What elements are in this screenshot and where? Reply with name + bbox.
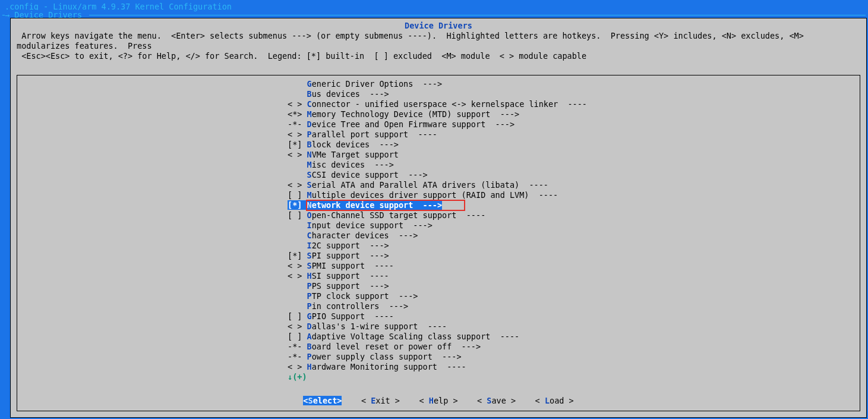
menu-item[interactable]: I2C support ---> — [17, 241, 860, 251]
menu-item[interactable]: < > Connector - unified userspace <-> ke… — [17, 99, 860, 109]
menu-item[interactable]: -*- Device Tree and Open Firmware suppor… — [17, 119, 860, 130]
bottom-button[interactable]: < Exit > — [361, 396, 400, 405]
window-title: .config - Linux/arm 4.9.37 Kernel Config… — [0, 0, 868, 10]
menu-item[interactable]: -*- Board level reset or power off ---> — [17, 342, 860, 352]
menu-item[interactable]: [*] Block devices ---> — [17, 140, 860, 150]
menuconfig-screen: .config - Linux/arm 4.9.37 Kernel Config… — [0, 0, 868, 419]
menu-item[interactable]: SCSI device support ---> — [17, 170, 860, 180]
menu-item[interactable]: Character devices ---> — [17, 231, 860, 241]
menu-item[interactable]: <*> Memory Technology Device (MTD) suppo… — [17, 109, 860, 119]
bottom-button[interactable]: < Load > — [535, 396, 574, 405]
menu-item[interactable]: PPS support ---> — [17, 281, 860, 291]
menu-item[interactable]: [*] SPI support ---> — [17, 251, 860, 261]
menu-item[interactable]: [*] Network device support ---> — [17, 200, 860, 210]
bottom-button[interactable]: <Select> — [303, 396, 342, 405]
menu-item[interactable]: [ ] GPIO Support ---- — [17, 311, 860, 322]
scroll-down-indicator: ↓(+) — [17, 372, 860, 382]
menu-item[interactable]: Generic Driver Options ---> — [17, 79, 860, 89]
menu-item[interactable]: < > Dallas's 1-wire support ---- — [17, 322, 860, 332]
menu-item[interactable]: [ ] Adaptive Voltage Scaling class suppo… — [17, 332, 860, 342]
page-title: Device Drivers — [15, 21, 861, 31]
menu-item[interactable]: [ ] Open-Channel SSD target support ---- — [17, 210, 860, 220]
menu-item[interactable]: Misc devices ---> — [17, 160, 860, 170]
menu-item[interactable]: < > NVMe Target support — [17, 150, 860, 160]
dialog-box: Device Drivers Arrow keys navigate the m… — [10, 18, 867, 418]
menu-item[interactable]: < > SPMI support ---- — [17, 261, 860, 271]
menu-item[interactable]: < > HSI support ---- — [17, 271, 860, 281]
menu-item[interactable]: Bus devices ---> — [17, 89, 860, 99]
menu-item[interactable]: [ ] Multiple devices driver support (RAI… — [17, 190, 860, 200]
menu-item[interactable]: Pin controllers ---> — [17, 301, 860, 311]
menu-list[interactable]: Generic Driver Options ---> Bus devices … — [17, 79, 860, 372]
help-text-line1: Arrow keys navigate the menu. <Enter> se… — [17, 31, 860, 51]
menu-item[interactable]: < > Serial ATA and Parallel ATA drivers … — [17, 180, 860, 190]
bottom-button[interactable]: < Save > — [477, 396, 516, 405]
bottom-button[interactable]: < Help > — [419, 396, 457, 405]
menu-box: Generic Driver Options ---> Bus devices … — [17, 75, 860, 411]
menu-item[interactable]: PTP clock support ---> — [17, 291, 860, 301]
menu-item[interactable]: Input device support ---> — [17, 220, 860, 231]
menu-item[interactable]: < > Parallel port support ---- — [17, 130, 860, 140]
help-text-line2: <Esc><Esc> to exit, <?> for Help, </> fo… — [17, 51, 860, 61]
menu-item[interactable]: < > Hardware Monitoring support ---- — [17, 362, 860, 372]
button-bar: <Select> < Exit > < Help > < Save > < Lo… — [17, 396, 860, 406]
menu-item[interactable]: -*- Power supply class support ---> — [17, 352, 860, 362]
